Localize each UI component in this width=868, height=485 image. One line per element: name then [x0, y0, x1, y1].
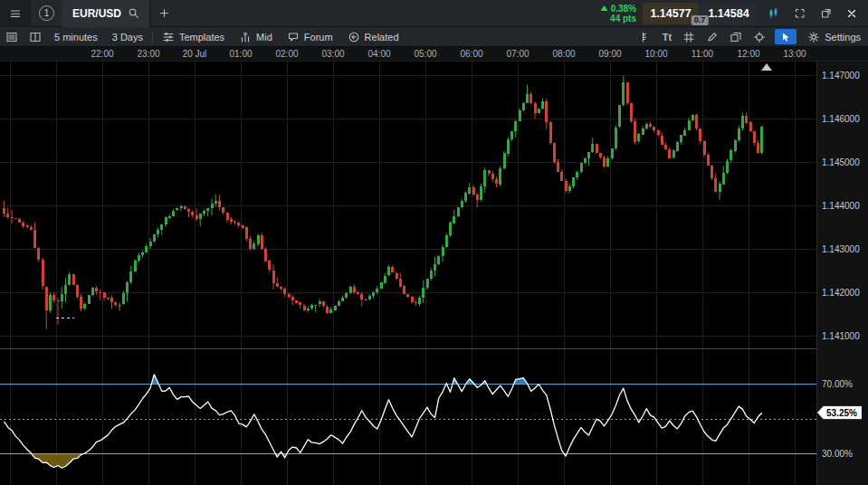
measure-ruler-icon	[639, 31, 652, 43]
panel-resize-divider[interactable]	[0, 348, 868, 349]
price-chart-canvas[interactable]	[0, 62, 816, 348]
settings-button[interactable]: Settings	[800, 27, 868, 47]
ask-price[interactable]: 1.14584	[701, 3, 757, 24]
cursor-pointer-icon	[780, 32, 791, 43]
plus-icon	[158, 7, 170, 19]
related-label: Related	[365, 32, 399, 43]
rsi-lower-level-label: 30.00%	[822, 449, 853, 459]
range-label: 3 Days	[112, 32, 143, 43]
time-axis-label: 07:00	[506, 49, 529, 59]
related-button[interactable]: Related	[340, 27, 406, 47]
list-view-button[interactable]	[0, 27, 24, 47]
text-tool-button[interactable]: Tt	[657, 27, 677, 47]
interval-dropdown[interactable]: 5 minutes	[47, 27, 105, 47]
grid-icon	[682, 31, 695, 43]
toolbar-separator	[152, 31, 153, 43]
interval-label: 5 minutes	[54, 32, 98, 43]
layout-button[interactable]	[24, 27, 47, 47]
duplicate-chart-button[interactable]	[724, 27, 748, 47]
chart-type-icon	[768, 7, 779, 19]
expand-icon	[794, 7, 806, 19]
rsi-current-value-tag: 53.25%	[817, 406, 862, 420]
time-axis-label: 12:00	[737, 49, 759, 59]
topbar: 1 EUR/USD 0.38% 44 pts 1.14577 0.7 1.145…	[0, 0, 868, 27]
price-axis-label: 1.146000	[822, 114, 860, 124]
range-dropdown[interactable]: 3 Days	[105, 27, 150, 47]
change-percent: 0.38%	[611, 4, 636, 14]
symbol-tab[interactable]: EUR/USD	[62, 0, 150, 27]
time-axis-label: 10:00	[644, 49, 667, 59]
change-points: 44 pts	[610, 14, 636, 24]
time-axis-label: 03:00	[321, 49, 344, 59]
rsi-upper-level-label: 70.00%	[822, 379, 853, 389]
time-axis-label: 08:00	[552, 49, 575, 59]
popout-button[interactable]	[816, 4, 835, 24]
chart-type-button[interactable]	[763, 4, 783, 24]
pointer-tool-button[interactable]	[775, 29, 796, 44]
grid-tool-button[interactable]	[677, 27, 701, 47]
price-style-label: Mid	[256, 32, 272, 43]
rsi-indicator-canvas[interactable]	[0, 349, 816, 485]
time-axis-label: 01:00	[229, 49, 252, 59]
time-axis-label: 11:00	[692, 49, 713, 59]
price-axis-label: 1.144000	[822, 201, 860, 211]
topbar-right: 0.38% 44 pts 1.14577 0.7 1.14584	[600, 3, 868, 24]
time-axis-label: 22:00	[91, 49, 113, 59]
spread-badge: 0.7	[692, 15, 709, 25]
trading-app-window: 1 EUR/USD 0.38% 44 pts 1.14577 0.7 1.145…	[0, 0, 868, 485]
draw-tools-button[interactable]	[701, 27, 724, 47]
close-icon	[846, 8, 857, 19]
expand-button[interactable]	[789, 4, 809, 24]
forum-icon	[287, 31, 300, 43]
price-axis-label: 1.141000	[822, 331, 860, 341]
forum-label: Forum	[304, 32, 333, 43]
price-style-icon	[239, 31, 252, 43]
quote-panel: 1.14577 0.7 1.14584	[643, 3, 757, 24]
templates-icon	[162, 31, 175, 43]
search-icon[interactable]	[128, 7, 139, 19]
settings-label: Settings	[825, 32, 861, 43]
text-tool-label: Tt	[663, 32, 672, 43]
popout-icon	[820, 7, 832, 19]
hamburger-icon	[9, 7, 22, 20]
time-axis-label: 05:00	[414, 49, 436, 59]
chart-toolbar: 5 minutes 3 Days Templates Mid Forum Rel…	[0, 27, 868, 47]
gear-icon	[807, 31, 820, 43]
measure-button[interactable]	[634, 27, 657, 47]
list-view-icon	[5, 31, 18, 43]
time-axis-label: 13:00	[783, 49, 806, 59]
price-axis-label: 1.142000	[822, 288, 860, 298]
time-axis[interactable]: 22:0023:0020 Jul01:0002:0003:0004:0005:0…	[0, 47, 868, 62]
price-axis[interactable]: 70.00% 30.00% 53.25% 1.1470001.1460001.1…	[816, 62, 868, 485]
crosshair-icon	[753, 31, 766, 43]
bid-price[interactable]: 1.14577	[643, 3, 699, 24]
up-triangle-icon	[600, 5, 608, 12]
related-icon	[348, 31, 360, 43]
menu-button[interactable]	[0, 0, 31, 27]
time-axis-label: 09:00	[598, 49, 621, 59]
crosshair-button[interactable]	[748, 27, 771, 47]
duplicate-icon	[730, 31, 742, 43]
time-axis-label: 23:00	[137, 49, 159, 59]
pencil-icon	[706, 31, 719, 43]
time-axis-label: 02:00	[275, 49, 298, 59]
templates-button[interactable]: Templates	[155, 27, 232, 47]
templates-label: Templates	[179, 32, 224, 43]
time-axis-label: 06:00	[460, 49, 482, 59]
symbol-label: EUR/USD	[72, 7, 121, 20]
price-axis-label: 1.143000	[822, 244, 860, 254]
close-button[interactable]	[842, 4, 862, 24]
change-block: 0.38% 44 pts	[600, 4, 636, 24]
forum-button[interactable]: Forum	[280, 27, 340, 47]
price-axis-label: 1.145000	[822, 157, 860, 167]
time-axis-label: 04:00	[367, 49, 390, 59]
add-tab-button[interactable]	[150, 0, 177, 27]
layout-grid-icon	[29, 31, 42, 43]
price-style-dropdown[interactable]: Mid	[232, 27, 280, 47]
chart-number-badge: 1	[39, 5, 54, 21]
time-axis-label: 20 Jul	[183, 49, 207, 59]
price-axis-label: 1.147000	[822, 71, 860, 81]
